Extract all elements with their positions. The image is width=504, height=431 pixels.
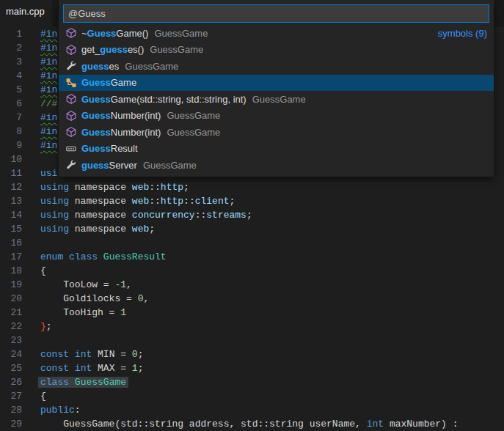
symbol-enum-icon xyxy=(65,143,77,155)
symbol-name: get_guesses() xyxy=(81,44,144,55)
code-line-text: }; xyxy=(40,320,52,334)
symbol-occurrence-highlight: class GuessGame xyxy=(38,377,128,388)
code-line[interactable]: 18{ xyxy=(0,264,504,278)
symbol-container-name: GuessGame xyxy=(167,127,220,138)
symbol-property-icon xyxy=(65,159,77,171)
code-line-text: usi xyxy=(40,166,57,180)
code-line-text: #in xyxy=(40,41,57,55)
code-line-text: #in xyxy=(40,125,57,139)
code-line-text: #in xyxy=(40,69,57,83)
code-line[interactable]: 12using namespace web::http; xyxy=(0,180,504,194)
symbol-name: ~GuessGame() xyxy=(81,28,148,39)
code-line-text: #in xyxy=(40,27,57,41)
code-line-text: const int MIN = 0; xyxy=(40,347,143,361)
tab-label: main.cpp xyxy=(6,6,45,17)
symbol-result-list: ~GuessGame()GuessGamesymbols (9) get_gue… xyxy=(59,25,494,174)
line-number: 9 xyxy=(0,139,22,152)
symbol-container-name: GuessGame xyxy=(125,61,178,72)
code-line[interactable]: 25const int MAX = 1; xyxy=(0,361,504,375)
line-number: 7 xyxy=(0,111,22,125)
tab-main-cpp[interactable]: main.cpp xyxy=(0,0,52,27)
symbol-name: guessServer xyxy=(81,160,137,171)
line-number: 26 xyxy=(0,375,22,389)
code-line[interactable]: 20 Goldilocks = 0, xyxy=(0,292,504,306)
line-number: 21 xyxy=(0,306,22,320)
code-line[interactable]: 21 TooHigh = 1 xyxy=(0,306,504,320)
code-line-text: { xyxy=(40,264,46,278)
code-line-text: using namespace concurrency::streams; xyxy=(40,208,252,222)
code-line[interactable]: 14using namespace concurrency::streams; xyxy=(0,208,504,222)
code-line-text: enum class GuessResult xyxy=(40,250,167,264)
line-number: 2 xyxy=(0,41,22,55)
symbol-result-row[interactable]: GuessResult xyxy=(59,141,494,158)
line-number: 1 xyxy=(0,27,22,41)
code-line[interactable]: 15using namespace web; xyxy=(0,222,504,236)
symbol-method-icon xyxy=(65,126,77,138)
symbol-method-icon xyxy=(65,27,77,39)
code-line-text: #in xyxy=(40,83,57,97)
line-number: 18 xyxy=(0,264,22,278)
symbol-container-name: GuessGame xyxy=(167,110,220,121)
code-line[interactable]: 24const int MIN = 0; xyxy=(0,347,504,361)
code-line-text: using namespace web::http; xyxy=(40,180,189,194)
symbol-property-icon xyxy=(65,60,77,72)
code-line-text: using namespace web; xyxy=(40,222,155,236)
code-line-text: TooHigh = 1 xyxy=(40,306,126,320)
symbol-result-row[interactable]: GuessNumber(int)GuessGame xyxy=(59,108,494,125)
line-number: 20 xyxy=(0,292,22,306)
code-line[interactable]: 29 GuessGame(std::string address, std::s… xyxy=(0,417,504,431)
code-line[interactable]: 16 xyxy=(0,236,504,250)
line-number: 4 xyxy=(0,69,22,83)
symbol-container-name: GuessGame xyxy=(150,44,203,55)
code-line[interactable]: 22}; xyxy=(0,320,504,334)
quick-open-input[interactable] xyxy=(63,4,489,23)
code-line-text: #in xyxy=(40,139,57,152)
symbol-container-name: GuessGame xyxy=(252,94,306,105)
symbol-method-icon xyxy=(65,44,77,56)
code-line[interactable]: 27{ xyxy=(0,389,504,403)
quick-open-input-wrap xyxy=(59,0,494,25)
code-line[interactable]: 19 TooLow = -1, xyxy=(0,278,504,292)
code-line-text: { xyxy=(40,389,46,403)
quick-open-widget: ~GuessGame()GuessGamesymbols (9) get_gue… xyxy=(59,0,494,177)
line-number: 6 xyxy=(0,97,22,111)
line-number: 10 xyxy=(0,152,22,166)
symbol-result-row[interactable]: GuessGame(std::string, std::string, int)… xyxy=(59,91,494,108)
line-number: 15 xyxy=(0,222,22,236)
symbol-result-row[interactable]: GuessNumber(int)GuessGame xyxy=(59,124,494,141)
code-line-text: const int MAX = 1; xyxy=(40,361,143,375)
symbol-result-row[interactable]: get_guesses()GuessGame xyxy=(59,42,494,59)
line-number: 19 xyxy=(0,278,22,292)
line-number: 13 xyxy=(0,194,22,208)
symbol-name: guesses xyxy=(81,61,119,72)
line-number: 8 xyxy=(0,125,22,139)
code-line-text: #in xyxy=(40,111,57,125)
line-number: 27 xyxy=(0,389,22,403)
symbol-result-row[interactable]: GuessGame xyxy=(59,75,494,92)
line-number: 25 xyxy=(0,361,22,375)
symbol-container-name: GuessGame xyxy=(154,28,208,39)
line-number: 3 xyxy=(0,55,22,69)
code-line[interactable]: 23 xyxy=(0,334,504,347)
code-line-text: #in xyxy=(40,55,57,69)
symbol-container-name: GuessGame xyxy=(143,160,197,171)
line-number: 23 xyxy=(0,334,22,347)
code-line[interactable]: 17enum class GuessResult xyxy=(0,250,504,264)
code-line-text: Goldilocks = 0, xyxy=(40,292,149,306)
code-line-text: public: xyxy=(40,403,81,417)
symbol-result-row[interactable]: ~GuessGame()GuessGamesymbols (9) xyxy=(59,25,494,42)
symbol-name: GuessResult xyxy=(81,143,138,154)
code-line-text: using namespace web::http::client; xyxy=(40,194,235,208)
code-line[interactable]: 26class GuessGame xyxy=(0,375,504,389)
symbol-result-row[interactable]: guessServerGuessGame xyxy=(59,157,494,174)
symbols-count-badge: symbols (9) xyxy=(438,28,487,39)
symbol-result-row[interactable]: guessesGuessGame xyxy=(59,58,494,75)
line-number: 11 xyxy=(0,166,22,180)
line-number: 16 xyxy=(0,236,22,250)
code-line-text: //# xyxy=(40,97,57,111)
symbol-name: GuessGame(std::string, std::string, int) xyxy=(81,94,246,105)
code-line[interactable]: 28public: xyxy=(0,403,504,417)
line-number: 12 xyxy=(0,180,22,194)
code-line[interactable]: 13using namespace web::http::client; xyxy=(0,194,504,208)
symbol-class-icon xyxy=(65,77,77,89)
